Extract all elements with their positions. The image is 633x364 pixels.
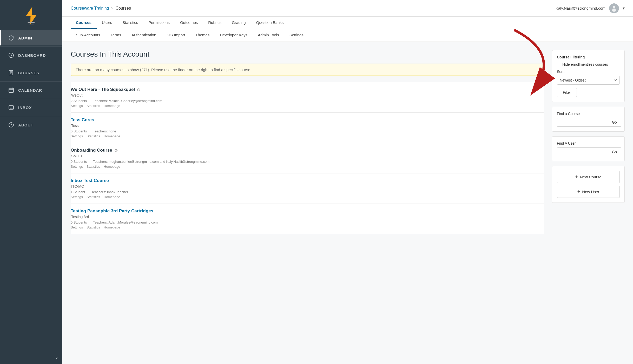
course-link-statistics[interactable]: Statistics bbox=[87, 195, 100, 199]
course-teachers: Teachers: Adam.Morales@strongmind.com bbox=[93, 220, 158, 224]
course-link-statistics[interactable]: Statistics bbox=[87, 225, 100, 229]
svg-rect-2 bbox=[29, 24, 34, 24]
banned-icon: ⊘ bbox=[137, 87, 140, 92]
tab-settings[interactable]: Settings bbox=[284, 29, 309, 42]
course-name-link[interactable]: Testing Pansophic 3rd Party Cartridges bbox=[71, 208, 153, 214]
topbar: Courseware Training > Courses Kaly.Nasif… bbox=[62, 0, 633, 17]
alert-banner: There are too many courses to show (271)… bbox=[71, 64, 544, 76]
avatar[interactable] bbox=[609, 3, 619, 13]
course-meta: 0 StudentsTeachers: Adam.Morales@strongm… bbox=[71, 220, 544, 224]
tab-themes[interactable]: Themes bbox=[190, 29, 215, 42]
course-teachers: Teachers: meghan.buhler@strongmind.com a… bbox=[93, 160, 209, 164]
svg-marker-0 bbox=[26, 7, 36, 24]
alert-text: There are too many courses to show (271)… bbox=[76, 68, 251, 72]
tab-authentication[interactable]: Authentication bbox=[126, 29, 161, 42]
tab-users[interactable]: Users bbox=[97, 17, 117, 29]
course-item: We Out Here - The Squeakquel⊘WeOut2 Stud… bbox=[71, 82, 544, 113]
course-name-link[interactable]: Tess Cores bbox=[71, 117, 94, 123]
course-sub-account: WeOut bbox=[71, 93, 544, 97]
course-link-homepage[interactable]: Homepage bbox=[104, 165, 120, 168]
filter-button[interactable]: Filter bbox=[557, 88, 577, 97]
new-course-button[interactable]: + New Course bbox=[557, 171, 620, 183]
tab-developer-keys[interactable]: Developer Keys bbox=[215, 29, 253, 42]
find-user-input[interactable] bbox=[557, 147, 608, 156]
sidebar-item-dashboard[interactable]: DASHBOARD bbox=[0, 48, 62, 63]
course-filtering-title: Course Filtering bbox=[557, 55, 620, 59]
course-link-statistics[interactable]: Statistics bbox=[87, 104, 100, 108]
sidebar-collapse-button[interactable]: ‹ bbox=[0, 352, 62, 364]
sidebar-admin-label: ADMIN bbox=[18, 36, 32, 40]
breadcrumb-parent-link[interactable]: Courseware Training bbox=[71, 6, 109, 11]
course-link-settings[interactable]: Settings bbox=[71, 134, 83, 138]
tab-grading[interactable]: Grading bbox=[227, 17, 251, 29]
tab-sis-import[interactable]: SIS Import bbox=[161, 29, 190, 42]
new-user-button[interactable]: + New User bbox=[557, 186, 620, 198]
course-links-row: SettingsStatisticsHomepage bbox=[71, 165, 544, 168]
user-avatar-icon bbox=[610, 5, 618, 12]
course-teachers: Teachers: Malachi.Coberley@strongmind.co… bbox=[93, 99, 162, 103]
find-course-input[interactable] bbox=[557, 118, 608, 127]
sidebar-dashboard-label: DASHBOARD bbox=[18, 53, 46, 58]
tab-permissions[interactable]: Permissions bbox=[143, 17, 175, 29]
sidebar-item-inbox[interactable]: INBOX bbox=[0, 100, 62, 115]
book-icon bbox=[8, 70, 14, 76]
new-course-plus-icon: + bbox=[575, 174, 578, 180]
course-meta: 0 StudentsTeachers: meghan.buhler@strong… bbox=[71, 160, 544, 164]
sidebar-item-admin[interactable]: ADMIN bbox=[0, 30, 62, 45]
tab-outcomes[interactable]: Outcomes bbox=[175, 17, 203, 29]
sort-select[interactable]: Newest - Oldest Oldest - Newest A-Z Z-A bbox=[557, 76, 620, 85]
course-teachers: Teachers: Inbox Teacher bbox=[91, 190, 128, 194]
sidebar-item-calendar[interactable]: CALENDAR bbox=[0, 83, 62, 98]
course-name-row: Onboarding Course⊘ bbox=[71, 148, 544, 153]
find-user-section: Find A User Go bbox=[552, 136, 625, 161]
app-logo bbox=[23, 7, 39, 24]
tab-question-banks[interactable]: Question Banks bbox=[251, 17, 289, 29]
course-name-link[interactable]: Inbox Test Course bbox=[71, 178, 109, 183]
svg-point-9 bbox=[613, 6, 615, 9]
course-link-settings[interactable]: Settings bbox=[71, 225, 83, 229]
course-link-statistics[interactable]: Statistics bbox=[87, 134, 100, 138]
tab-courses[interactable]: Courses bbox=[71, 17, 97, 29]
sidebar-item-courses[interactable]: COURSES bbox=[0, 65, 62, 80]
svg-rect-5 bbox=[9, 88, 14, 92]
find-course-label: Find a Course bbox=[557, 112, 620, 116]
course-link-homepage[interactable]: Homepage bbox=[104, 134, 120, 138]
course-list: We Out Here - The Squeakquel⊘WeOut2 Stud… bbox=[71, 82, 544, 234]
course-links-row: SettingsStatisticsHomepage bbox=[71, 134, 544, 138]
hide-enrollmentless-checkbox[interactable] bbox=[557, 63, 560, 66]
user-dropdown-arrow[interactable]: ▾ bbox=[623, 6, 625, 11]
banned-icon: ⊘ bbox=[114, 148, 118, 153]
course-link-statistics[interactable]: Statistics bbox=[87, 165, 100, 168]
find-course-go-button[interactable]: Go bbox=[608, 118, 621, 127]
course-link-settings[interactable]: Settings bbox=[71, 195, 83, 199]
sidebar-about-label: ABOUT bbox=[18, 123, 33, 127]
svg-rect-1 bbox=[28, 22, 35, 23]
course-link-homepage[interactable]: Homepage bbox=[104, 225, 120, 229]
tab-terms[interactable]: Terms bbox=[105, 29, 126, 42]
course-links-row: SettingsStatisticsHomepage bbox=[71, 195, 544, 199]
sidebar-inbox-label: INBOX bbox=[18, 105, 32, 110]
nav-tabs: Courses Users Statistics Permissions Out… bbox=[62, 17, 633, 42]
tab-sub-accounts[interactable]: Sub-Accounts bbox=[71, 29, 105, 42]
course-sub-account: ITC-MC bbox=[71, 184, 544, 188]
course-link-homepage[interactable]: Homepage bbox=[104, 104, 120, 108]
course-meta: 1 StudentTeachers: Inbox Teacher bbox=[71, 190, 544, 194]
tab-admin-tools[interactable]: Admin Tools bbox=[253, 29, 284, 42]
shield-icon bbox=[8, 35, 14, 41]
find-user-go-button[interactable]: Go bbox=[608, 147, 621, 156]
tab-rubrics[interactable]: Rubrics bbox=[203, 17, 227, 29]
course-item: Testing Pansophic 3rd Party CartridgesTe… bbox=[71, 204, 544, 234]
user-email: Kaly.Nasiff@strongmind.com bbox=[556, 6, 605, 10]
course-link-settings[interactable]: Settings bbox=[71, 165, 83, 168]
course-name-row: We Out Here - The Squeakquel⊘ bbox=[71, 87, 544, 92]
course-item: Inbox Test CourseITC-MC1 StudentTeachers… bbox=[71, 173, 544, 204]
sidebar-courses-label: COURSES bbox=[18, 71, 39, 75]
sidebar-item-about[interactable]: ABOUT bbox=[0, 117, 62, 132]
find-course-section: Find a Course Go bbox=[552, 107, 625, 132]
nav-tabs-row1: Courses Users Statistics Permissions Out… bbox=[71, 17, 625, 29]
course-students: 1 Student bbox=[71, 190, 85, 194]
tab-statistics[interactable]: Statistics bbox=[117, 17, 143, 29]
svg-point-8 bbox=[11, 126, 11, 126]
course-link-settings[interactable]: Settings bbox=[71, 104, 83, 108]
course-link-homepage[interactable]: Homepage bbox=[104, 195, 120, 199]
